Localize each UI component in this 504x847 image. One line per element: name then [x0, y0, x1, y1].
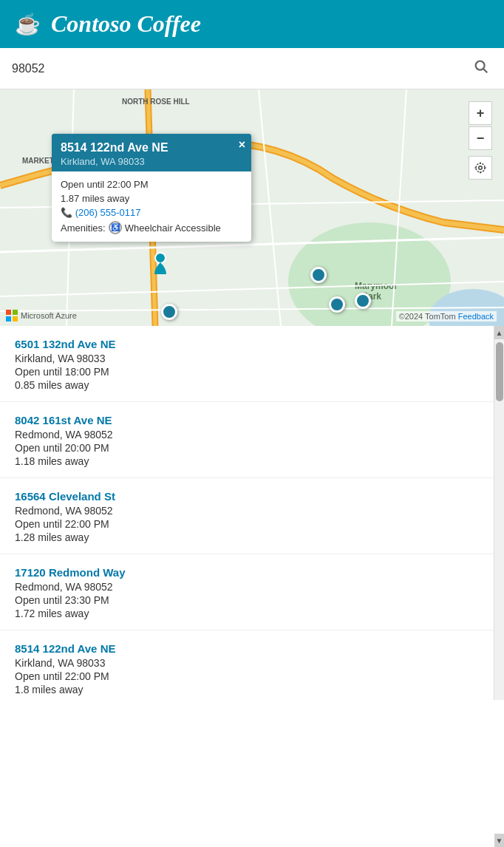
list-item: 6501 132nd Ave NE Kirkland, WA 98033 Ope… — [0, 326, 494, 402]
result-address-4[interactable]: 8514 122nd Ave NE — [15, 642, 479, 655]
result-distance-2: 1.28 miles away — [15, 531, 479, 543]
search-button[interactable] — [470, 55, 492, 81]
list-item: 17120 Redmond Way Redmond, WA 98052 Open… — [0, 554, 494, 630]
map-controls: + − — [469, 101, 492, 180]
result-city-2: Redmond, WA 98052 — [15, 505, 479, 517]
scroll-up-button[interactable]: ▲ — [494, 326, 505, 339]
result-address-3[interactable]: 17120 Redmond Way — [15, 566, 479, 579]
map-container: Marymoor Park MARKET NORTH ROSE HILL Yar… — [0, 89, 504, 326]
list-item: 8042 161st Ave NE Redmond, WA 98052 Open… — [0, 402, 494, 478]
svg-text:NORTH ROSE HILL: NORTH ROSE HILL — [122, 98, 190, 106]
azure-label: Microsoft Azure — [21, 311, 77, 320]
result-hours-2: Open until 22:00 PM — [15, 518, 479, 530]
feedback-link[interactable]: Feedback — [458, 312, 494, 321]
search-icon — [473, 58, 489, 75]
phone-icon: 📞 — [61, 207, 75, 218]
ms-logo — [6, 310, 18, 322]
map-attribution: ©2024 TomTom Feedback — [396, 311, 497, 322]
result-distance-3: 1.72 miles away — [15, 608, 479, 619]
app-header: ☕ Contoso Coffee — [0, 0, 504, 48]
result-address-1[interactable]: 8042 161st Ave NE — [15, 414, 479, 426]
list-item: 8514 122nd Ave NE Kirkland, WA 98033 Ope… — [0, 630, 494, 700]
search-input[interactable] — [12, 62, 470, 75]
search-bar — [0, 48, 504, 89]
popup-person-icon — [151, 252, 169, 277]
result-hours-4: Open until 22:00 PM — [15, 670, 479, 682]
popup-distance: 1.87 miles away — [61, 193, 242, 204]
popup-hours: Open until 22:00 PM — [61, 179, 242, 190]
svg-point-0 — [476, 61, 485, 70]
svg-point-26 — [155, 253, 166, 263]
result-address-2[interactable]: 16564 Cleveland St — [15, 490, 479, 503]
zoom-out-button[interactable]: − — [469, 126, 492, 150]
map-popup-subtitle: Kirkland, WA 98033 — [61, 156, 242, 167]
svg-point-28 — [476, 163, 485, 172]
map-popup-header: 8514 122nd Ave NE Kirkland, WA 98033 — [52, 134, 251, 171]
microsoft-azure-badge: Microsoft Azure — [6, 310, 77, 322]
scrollbar-track: ▲ ▼ — [494, 326, 504, 700]
svg-text:MARKET: MARKET — [22, 157, 54, 165]
map-pin-4[interactable] — [355, 293, 371, 309]
map-popup-body: Open until 22:00 PM 1.87 miles away 📞 (2… — [52, 171, 251, 242]
locate-icon — [474, 161, 487, 174]
popup-phone-row: 📞 (206) 555-0117 — [61, 207, 242, 218]
map-pin-3[interactable] — [329, 296, 345, 313]
popup-amenity: Amenities: ♿ Wheelchair Accessible — [61, 221, 242, 234]
results-container: 6501 132nd Ave NE Kirkland, WA 98033 Ope… — [0, 326, 504, 700]
result-city-3: Redmond, WA 98052 — [15, 581, 479, 593]
results-list: 6501 132nd Ave NE Kirkland, WA 98033 Ope… — [0, 326, 494, 700]
amenities-label: Amenities: — [61, 222, 106, 234]
result-hours-3: Open until 23:30 PM — [15, 594, 479, 606]
zoom-in-button[interactable]: + — [469, 101, 492, 125]
amenity-label: Wheelchair Accessible — [125, 222, 221, 234]
scroll-down-button[interactable]: ▼ — [494, 834, 505, 847]
scroll-thumb[interactable] — [496, 342, 503, 401]
result-hours-0: Open until 18:00 PM — [15, 366, 479, 378]
result-hours-1: Open until 20:00 PM — [15, 442, 479, 454]
app-title: Contoso Coffee — [51, 10, 201, 38]
result-city-0: Kirkland, WA 98033 — [15, 353, 479, 364]
popup-phone-link[interactable]: (206) 555-0117 — [75, 207, 141, 218]
popup-close-button[interactable]: × — [239, 138, 245, 152]
map-popup: 8514 122nd Ave NE Kirkland, WA 98033 × O… — [52, 134, 251, 242]
svg-point-27 — [479, 166, 483, 170]
result-address-0[interactable]: 6501 132nd Ave NE — [15, 338, 479, 350]
result-distance-4: 1.8 miles away — [15, 684, 479, 695]
result-city-1: Redmond, WA 98052 — [15, 429, 479, 440]
wheelchair-icon: ♿ — [109, 221, 122, 234]
result-distance-1: 1.18 miles away — [15, 455, 479, 467]
result-distance-0: 0.85 miles away — [15, 379, 479, 391]
result-city-4: Kirkland, WA 98033 — [15, 657, 479, 669]
map-pin-1[interactable] — [161, 304, 177, 320]
locate-button[interactable] — [469, 156, 492, 180]
map-pin-2[interactable] — [310, 267, 327, 283]
coffee-icon: ☕ — [15, 12, 41, 36]
svg-line-1 — [483, 69, 487, 72]
map-popup-title: 8514 122nd Ave NE — [61, 141, 242, 154]
list-item: 16564 Cleveland St Redmond, WA 98052 Ope… — [0, 478, 494, 554]
